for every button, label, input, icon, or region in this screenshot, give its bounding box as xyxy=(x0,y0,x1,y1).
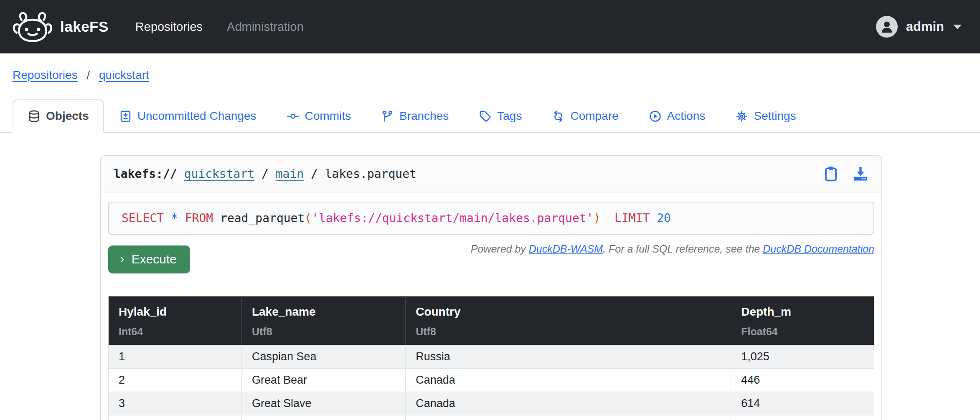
path-ref-link[interactable]: main xyxy=(276,167,304,181)
nav-link-repositories[interactable]: Repositories xyxy=(135,20,203,34)
path-separator-2: / xyxy=(311,167,318,181)
sql-token: ( xyxy=(305,211,312,225)
path-repo-link[interactable]: quickstart xyxy=(184,167,255,181)
results-table: Hylak_idInt64Lake_nameUtf8CountryUtf8Dep… xyxy=(108,296,874,420)
file-diff-icon xyxy=(119,110,132,123)
cell: 2 xyxy=(109,369,242,392)
tab-label: Branches xyxy=(399,109,449,123)
gear-icon xyxy=(735,110,748,123)
tab-settings[interactable]: Settings xyxy=(720,99,811,133)
sql-token: SELECT xyxy=(122,211,164,225)
object-header-actions xyxy=(824,165,869,182)
cell: Great Slave xyxy=(241,392,405,415)
sql-token xyxy=(164,211,171,225)
tab-compare[interactable]: Compare xyxy=(537,99,633,133)
object-path-header: lakefs:// quickstart / main / lakes.parq… xyxy=(101,156,881,192)
table-row: 2Great BearCanada446 xyxy=(109,369,874,392)
path-file-name: lakes.parquet xyxy=(325,167,416,181)
person-icon xyxy=(878,18,895,35)
lakefs-axolotl-logo xyxy=(11,8,54,46)
cell: 36 xyxy=(731,415,874,420)
cell: Canada xyxy=(406,415,731,420)
execute-button[interactable]: › Execute xyxy=(108,245,190,273)
column-type: Utf8 xyxy=(252,326,395,338)
table-row: 1Caspian SeaRussia1,025 xyxy=(109,345,874,369)
tab-branches[interactable]: Branches xyxy=(366,99,464,133)
sql-editor[interactable]: SELECT * FROM read_parquet('lakefs://qui… xyxy=(108,202,874,235)
tab-label: Compare xyxy=(570,109,618,123)
tab-tags[interactable]: Tags xyxy=(464,99,537,133)
path-scheme: lakefs:// xyxy=(114,167,177,181)
breadcrumb-separator: / xyxy=(86,68,90,81)
duckdb-docs-link[interactable]: DuckDB Documentation xyxy=(763,243,874,255)
user-avatar xyxy=(876,16,898,38)
table-row: 3Great SlaveCanada614 xyxy=(109,392,874,415)
cell: Canada xyxy=(406,369,731,392)
tab-uncommitted-changes[interactable]: Uncommitted Changes xyxy=(104,99,272,133)
sql-token xyxy=(650,211,657,225)
commit-icon xyxy=(287,110,300,123)
tab-label: Tags xyxy=(497,109,522,123)
column-name: Hylak_id xyxy=(119,305,231,319)
user-name: admin xyxy=(906,19,944,34)
object-viewer-card: lakefs:// quickstart / main / lakes.parq… xyxy=(100,155,882,420)
sql-token: * xyxy=(171,211,178,225)
column-type: Float64 xyxy=(741,326,864,338)
cell: 4 xyxy=(109,415,242,420)
sql-token: ) xyxy=(593,211,600,225)
sql-token: FROM xyxy=(185,211,213,225)
column-type: Utf8 xyxy=(416,326,721,338)
navbar-links: Repositories Administration xyxy=(135,20,304,34)
cell: Great Bear xyxy=(241,369,405,392)
sql-token: 20 xyxy=(657,211,671,225)
column-header-lake_name: Lake_nameUtf8 xyxy=(241,296,405,345)
tab-label: Objects xyxy=(46,109,89,123)
column-name: Lake_name xyxy=(252,305,395,319)
cell: Winnipeg xyxy=(241,415,405,420)
breadcrumb-repositories-link[interactable]: Repositories xyxy=(13,68,78,81)
chevron-down-icon xyxy=(953,25,962,29)
nav-link-administration[interactable]: Administration xyxy=(227,20,304,34)
cell: 446 xyxy=(731,369,874,392)
object-viewer-body: SELECT * FROM read_parquet('lakefs://qui… xyxy=(101,192,881,420)
play-circle-icon xyxy=(649,110,662,123)
cell: Caspian Sea xyxy=(241,345,405,369)
powered-by-prefix: Powered by xyxy=(471,243,529,255)
query-actions-row: › Execute Powered by DuckDB-WASM. For a … xyxy=(108,237,874,273)
tag-icon xyxy=(479,110,492,123)
column-header-country: CountryUtf8 xyxy=(406,296,731,345)
sql-token: read_parquet xyxy=(213,211,305,225)
tab-objects[interactable]: Objects xyxy=(13,99,104,133)
repo-tabs: ObjectsUncommitted ChangesCommitsBranche… xyxy=(0,99,980,133)
branch-icon xyxy=(381,110,394,123)
top-navbar: lakeFS Repositories Administration admin xyxy=(0,0,980,53)
user-menu[interactable]: admin xyxy=(876,16,962,38)
results-header-row: Hylak_idInt64Lake_nameUtf8CountryUtf8Dep… xyxy=(109,296,874,345)
column-header-depth_m: Depth_mFloat64 xyxy=(731,296,874,345)
copy-path-button[interactable] xyxy=(824,165,838,182)
cell: Russia xyxy=(406,345,731,369)
tab-actions[interactable]: Actions xyxy=(634,99,721,133)
column-type: Int64 xyxy=(119,326,231,338)
tab-label: Uncommitted Changes xyxy=(137,109,256,123)
lakefs-home-link[interactable]: lakeFS xyxy=(11,8,109,46)
sql-token: 'lakefs://quickstart/main/lakes.parquet' xyxy=(312,211,593,225)
cell: 1,025 xyxy=(731,345,874,369)
duckdb-wasm-link[interactable]: DuckDB-WASM xyxy=(529,243,603,255)
powered-by-note: Powered by DuckDB-WASM. For a full SQL r… xyxy=(471,243,874,255)
tab-label: Actions xyxy=(667,109,706,123)
cell: 614 xyxy=(731,392,874,415)
tab-commits[interactable]: Commits xyxy=(272,99,366,133)
cell: Canada xyxy=(406,392,731,415)
sql-token xyxy=(178,211,185,225)
download-object-button[interactable] xyxy=(852,165,869,182)
cell: 3 xyxy=(109,392,242,415)
object-path: lakefs:// quickstart / main / lakes.parq… xyxy=(114,167,416,181)
execute-button-label: Execute xyxy=(132,252,177,266)
powered-by-middle: . For a full SQL reference, see the xyxy=(603,243,763,255)
breadcrumb: Repositories / quickstart xyxy=(13,68,980,82)
query-results: Hylak_idInt64Lake_nameUtf8CountryUtf8Dep… xyxy=(108,296,874,420)
breadcrumb-repo-link[interactable]: quickstart xyxy=(99,68,149,81)
copy-icon xyxy=(824,165,838,182)
column-header-hylak_id: Hylak_idInt64 xyxy=(109,296,242,345)
